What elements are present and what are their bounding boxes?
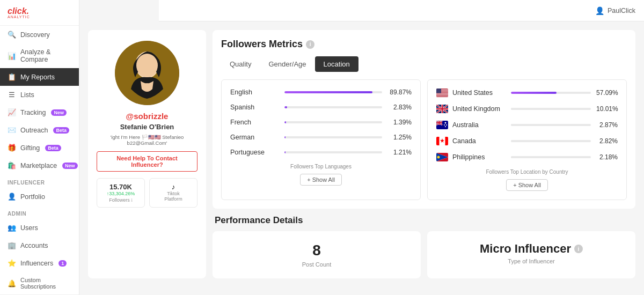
sidebar-item-label: My Reports: [20, 73, 55, 81]
sidebar-item-my-reports[interactable]: 📋 My Reports: [0, 68, 79, 86]
sidebar-item-custom-subs[interactable]: 🔔 Custom Subscriptions: [0, 272, 79, 294]
tab-location[interactable]: Location: [315, 56, 358, 72]
performance-section: Performance Details 8 Post Count Micro I…: [213, 215, 635, 278]
svg-point-21: [446, 124, 447, 126]
discovery-icon: 🔍: [8, 31, 16, 39]
country-row-au: Australia 2.87%: [436, 121, 618, 129]
post-count-label: Post Count: [221, 261, 412, 268]
admin-section-label: ADMIN: [0, 205, 79, 219]
country-bar-wrap: [511, 92, 591, 94]
sidebar-item-label: Accounts: [20, 242, 48, 249]
sidebar-item-label: Analyze & Compare: [20, 48, 71, 63]
tab-gender-age[interactable]: Gender/Age: [260, 56, 314, 72]
show-all-languages-btn[interactable]: + Show All: [300, 174, 342, 186]
lang-label: Portuguese: [230, 149, 279, 156]
lang-bar: [284, 106, 287, 108]
svg-rect-15: [436, 97, 448, 97]
sidebar-item-outreach[interactable]: ✉️ Outreach Beta: [0, 121, 79, 139]
platform-stat: ♪ Tiktok Platform: [149, 178, 197, 208]
influencer-type-value: Micro Influencer: [480, 242, 571, 256]
marketplace-badge: New: [62, 163, 78, 169]
languages-panel: English 89.87% Spanish: [221, 79, 421, 200]
lang-label: German: [230, 134, 279, 141]
lang-bar-wrap: [284, 91, 382, 93]
tracking-icon: 📈: [8, 108, 16, 116]
lang-value: 2.83%: [387, 104, 412, 111]
svg-rect-24: [436, 137, 440, 145]
topbar: 👤 PaulClick: [159, 0, 644, 21]
svg-rect-11: [436, 94, 448, 94]
country-row-uk: United Kingdom 10.01%: [436, 105, 618, 113]
analyze-icon: 📊: [8, 52, 16, 60]
svg-rect-13: [436, 95, 448, 95]
user-menu[interactable]: 👤 PaulClick: [595, 6, 635, 15]
metrics-content: English 89.87% Spanish: [221, 79, 627, 200]
country-row-ca: Canada 2.82%: [436, 137, 618, 145]
lang-bar: [284, 151, 286, 153]
show-all-countries-btn[interactable]: + Show All: [506, 179, 548, 191]
lang-row-spanish: Spanish 2.83%: [230, 104, 412, 111]
lang-label: French: [230, 119, 279, 126]
country-bar: [511, 108, 519, 110]
country-value: 2.82%: [596, 137, 618, 145]
flag-ca: [436, 137, 448, 145]
svg-point-20: [444, 124, 445, 126]
user-icon: 👤: [595, 6, 604, 15]
svg-rect-25: [445, 137, 449, 145]
lang-value: 1.25%: [387, 134, 412, 141]
lang-bar-wrap: [284, 136, 382, 138]
tab-quality[interactable]: Quality: [221, 56, 260, 72]
svg-rect-16: [436, 88, 441, 93]
country-bar-wrap: [511, 124, 591, 126]
countries-panel-footer: Followers Top Location by Country + Show…: [436, 169, 618, 191]
country-name: Australia: [452, 121, 506, 129]
performance-cards: 8 Post Count Micro Influencer i Type of …: [213, 231, 635, 278]
logo-sub: ANALYTIC: [8, 15, 30, 19]
country-value: 2.18%: [596, 153, 618, 161]
lang-bar: [284, 136, 286, 138]
lang-value: 1.39%: [387, 119, 412, 126]
sidebar-item-label: Lists: [20, 91, 34, 99]
svg-point-2: [136, 54, 158, 77]
svg-point-19: [445, 122, 447, 124]
svg-rect-14: [436, 96, 448, 97]
sidebar-item-users[interactable]: 👥 Users: [0, 219, 79, 237]
country-name: United States: [452, 89, 506, 97]
country-name: United Kingdom: [452, 105, 506, 113]
svg-point-22: [445, 126, 446, 127]
flag-au: [436, 121, 448, 129]
flag-uk: [436, 105, 448, 113]
sidebar-item-portfolio[interactable]: 👤 Portfolio: [0, 188, 79, 205]
lang-bar-wrap: [284, 106, 382, 108]
sidebar-item-label: Custom Subscriptions: [20, 277, 71, 290]
countries-panel: United States 57.09%: [427, 79, 627, 200]
sidebar-item-gifting[interactable]: 🎁 Gifting Beta: [0, 139, 79, 157]
contact-button[interactable]: Need Help To Contact Influencer?: [97, 151, 197, 172]
influencer-type-info-icon: i: [574, 245, 583, 253]
profile-card: @sobrizzle Stefanie O'Brien 'ight I'm He…: [88, 30, 206, 278]
sidebar-item-marketplace[interactable]: 🛍️ Marketplace New: [0, 157, 79, 174]
sidebar-item-analyze[interactable]: 📊 Analyze & Compare: [0, 43, 79, 68]
main-content: @sobrizzle Stefanie O'Brien 'ight I'm He…: [79, 0, 644, 287]
platform-label: Tiktok: [153, 191, 194, 196]
profile-handle: @sobrizzle: [126, 112, 169, 121]
accounts-icon: 🏢: [8, 241, 16, 249]
profile-name: Stefanie O'Brien: [120, 123, 174, 131]
sidebar-item-label: Discovery: [20, 31, 50, 39]
stats-row: 15.70K ↑33,304.26% Followers ℹ ♪ Tiktok …: [97, 178, 197, 208]
country-value: 10.01%: [596, 105, 618, 113]
sidebar-item-accounts[interactable]: 🏢 Accounts: [0, 237, 79, 254]
sidebar-item-lists[interactable]: ☰ Lists: [0, 86, 79, 104]
country-name: Philippines: [452, 153, 506, 161]
sidebar-item-influencers[interactable]: ⭐ Influencers 1: [0, 254, 79, 272]
sidebar-item-label: Users: [20, 224, 38, 232]
sidebar-item-tracking[interactable]: 📈 Tracking New: [0, 104, 79, 121]
followers-change: ↑33,304.26%: [100, 191, 141, 196]
portfolio-icon: 👤: [8, 193, 16, 201]
influencer-type-label: Type of Influencer: [436, 258, 627, 264]
tracking-badge: New: [51, 109, 67, 116]
sidebar-item-discovery[interactable]: 🔍 Discovery: [0, 26, 79, 43]
influencers-badge: 1: [58, 260, 67, 267]
lang-row-german: German 1.25%: [230, 134, 412, 141]
marketplace-icon: 🛍️: [8, 161, 16, 169]
